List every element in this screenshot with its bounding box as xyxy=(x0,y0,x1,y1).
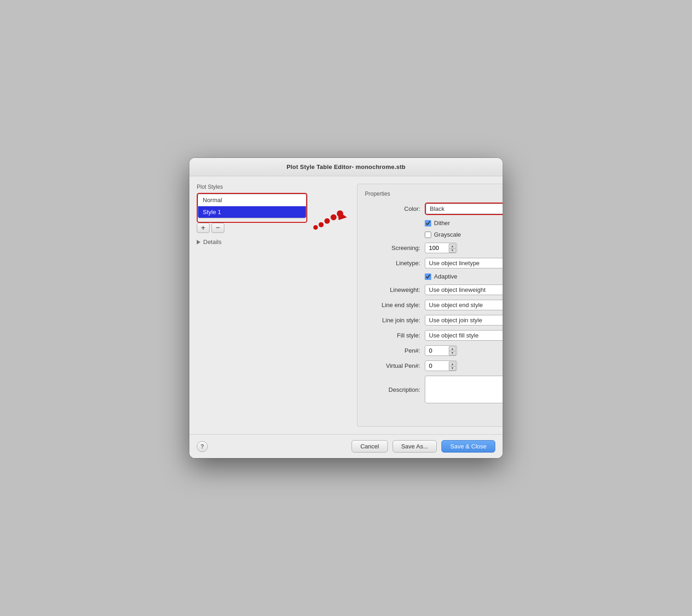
pen-number-label: Pen#: xyxy=(365,347,425,354)
svg-point-2 xyxy=(324,218,330,224)
virtual-pen-down-button[interactable]: ▼ xyxy=(449,366,456,371)
line-join-style-select[interactable]: Use object join style xyxy=(425,315,503,325)
screening-down-button[interactable]: ▼ xyxy=(449,248,456,253)
dialog: Plot Style Table Editor- monochrome.stb … xyxy=(189,158,503,458)
save-as-button[interactable]: Save As... xyxy=(393,440,437,453)
color-label: Color: xyxy=(365,205,425,212)
description-row: Description: xyxy=(365,376,503,403)
pen-number-row: Pen#: ▲ ▼ xyxy=(365,345,503,356)
linetype-label: Linetype: xyxy=(365,260,425,267)
svg-point-3 xyxy=(331,215,337,221)
lineweight-control: Use object lineweight xyxy=(425,285,503,295)
virtual-pen-arrows: ▲ ▼ xyxy=(449,361,456,371)
fill-style-select[interactable]: Use object fill style xyxy=(425,330,503,341)
remove-style-button[interactable]: − xyxy=(211,223,224,233)
line-join-style-row: Line join style: Use object join style xyxy=(365,315,503,325)
adaptive-row: Adaptive xyxy=(425,273,503,280)
line-end-style-control: Use object end style xyxy=(425,300,503,310)
plot-styles-list[interactable]: Normal Style 1 xyxy=(198,194,306,218)
lineweight-label: Lineweight: xyxy=(365,286,425,293)
color-select[interactable]: Black xyxy=(426,203,503,214)
pen-number-up-button[interactable]: ▲ xyxy=(449,346,456,351)
virtual-pen-up-button[interactable]: ▲ xyxy=(449,361,456,366)
details-label: Details xyxy=(203,238,222,245)
right-panel: Properties Color: Black xyxy=(357,184,503,427)
help-button[interactable]: ? xyxy=(197,441,208,452)
list-item-style1[interactable]: Style 1 xyxy=(198,206,306,218)
save-close-button[interactable]: Save & Close xyxy=(441,440,495,453)
line-end-style-label: Line end style: xyxy=(365,302,425,308)
details-row: Details xyxy=(197,238,307,245)
description-control xyxy=(425,376,503,403)
properties-label: Properties xyxy=(365,191,503,197)
color-select-wrapper: Black xyxy=(426,203,503,214)
linetype-select-wrapper: Use object linetype xyxy=(425,258,503,268)
screening-label: Screening: xyxy=(365,244,425,251)
list-item-normal[interactable]: Normal xyxy=(198,194,306,206)
color-control: Black xyxy=(425,203,503,215)
line-join-style-label: Line join style: xyxy=(365,317,425,324)
plot-styles-list-border: Normal Style 1 xyxy=(197,193,307,223)
line-join-style-select-wrapper: Use object join style xyxy=(425,315,503,325)
virtual-pen-spinner: ▲ ▼ xyxy=(425,360,457,371)
pen-number-down-button[interactable]: ▼ xyxy=(449,351,456,355)
dotted-arrow-svg xyxy=(311,209,348,232)
linetype-row: Linetype: Use object linetype xyxy=(365,258,503,268)
adaptive-checkbox[interactable] xyxy=(425,273,431,280)
cancel-button[interactable]: Cancel xyxy=(352,440,387,453)
grayscale-label: Grayscale xyxy=(434,231,461,238)
description-label: Description: xyxy=(365,386,425,393)
lineweight-row: Lineweight: Use object lineweight xyxy=(365,285,503,295)
pen-number-control: ▲ ▼ xyxy=(425,345,503,356)
lineweight-select[interactable]: Use object lineweight xyxy=(425,285,503,295)
line-end-style-row: Line end style: Use object end style xyxy=(365,300,503,310)
dialog-title: Plot Style Table Editor- monochrome.stb xyxy=(287,163,405,170)
line-end-style-select-wrapper: Use object end style xyxy=(425,300,503,310)
pen-number-spinner: ▲ ▼ xyxy=(425,345,457,356)
svg-point-0 xyxy=(313,225,318,230)
color-select-border: Black xyxy=(425,203,503,215)
screening-control: ▲ ▼ xyxy=(425,243,503,253)
screening-arrows: ▲ ▼ xyxy=(449,244,456,253)
dither-checkbox[interactable] xyxy=(425,220,431,227)
grayscale-checkbox[interactable] xyxy=(425,232,431,238)
dither-row: Dither xyxy=(425,220,503,227)
fill-style-label: Fill style: xyxy=(365,332,425,339)
list-buttons: + − xyxy=(197,223,307,233)
footer-left: ? xyxy=(197,441,208,452)
description-textarea[interactable] xyxy=(425,376,503,403)
fill-style-select-wrapper: Use object fill style xyxy=(425,330,503,341)
screening-up-button[interactable]: ▲ xyxy=(449,244,456,248)
lineweight-select-wrapper: Use object lineweight xyxy=(425,285,503,295)
annotation-arrow xyxy=(311,184,348,427)
left-panel: Plot Styles Normal Style 1 + − xyxy=(197,184,307,427)
title-bar: Plot Style Table Editor- monochrome.stb xyxy=(189,158,503,176)
dither-label: Dither xyxy=(434,220,450,227)
pen-number-arrows: ▲ ▼ xyxy=(449,346,456,355)
fill-style-control: Use object fill style xyxy=(425,330,503,341)
plot-styles-label: Plot Styles xyxy=(197,184,307,190)
virtual-pen-label: Virtual Pen#: xyxy=(365,362,425,369)
color-row: Color: Black xyxy=(365,203,503,215)
virtual-pen-row: Virtual Pen#: ▲ ▼ xyxy=(365,360,503,371)
line-end-style-select[interactable]: Use object end style xyxy=(425,300,503,310)
add-style-button[interactable]: + xyxy=(197,223,210,233)
line-join-style-control: Use object join style xyxy=(425,315,503,325)
adaptive-label: Adaptive xyxy=(434,273,457,280)
linetype-control: Use object linetype xyxy=(425,258,503,268)
virtual-pen-control: ▲ ▼ xyxy=(425,360,503,371)
screening-spinner: ▲ ▼ xyxy=(425,243,457,253)
main-content: Plot Styles Normal Style 1 + − xyxy=(189,176,503,434)
screening-row: Screening: ▲ ▼ xyxy=(365,243,503,253)
footer: ? Cancel Save As... Save & Close xyxy=(189,434,503,458)
svg-point-1 xyxy=(319,222,324,227)
details-triangle-icon[interactable] xyxy=(197,240,200,244)
linetype-select[interactable]: Use object linetype xyxy=(425,258,503,268)
fill-style-row: Fill style: Use object fill style xyxy=(365,330,503,341)
grayscale-row: Grayscale xyxy=(425,231,503,238)
